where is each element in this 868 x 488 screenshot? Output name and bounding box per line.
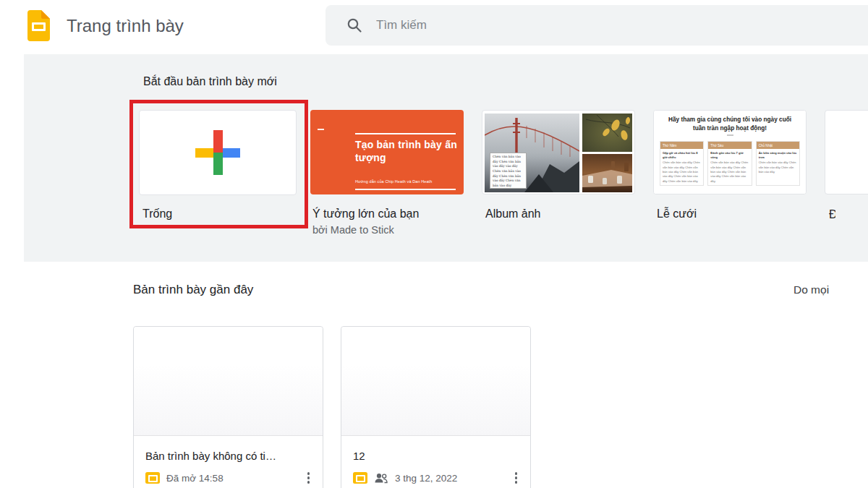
- template-big-idea-label[interactable]: Ý tưởng lớn của bạn: [312, 207, 419, 221]
- big-idea-dash: [318, 129, 324, 130]
- plus-arm-green: [213, 153, 223, 175]
- search-icon: [346, 17, 363, 34]
- plus-icon: [195, 130, 240, 175]
- wedding-preview: Hãy tham gia cùng chúng tôi vào ngày cuố…: [654, 111, 806, 194]
- wedding-body-text: Chèn văn bản vào đây Chèn văn bản vào đâ…: [708, 160, 751, 185]
- table-photo: [582, 154, 632, 192]
- big-idea-bottom-rule: [355, 189, 456, 190]
- search-input[interactable]: [376, 18, 781, 33]
- file-title: 12: [353, 450, 520, 462]
- recent-heading: Bản trình bày gần đây: [133, 283, 253, 297]
- wedding-columns: Thứ Năm Gặp gỡ và chào hỏi lúc 8 giờ chi…: [660, 141, 800, 186]
- template-blank-label[interactable]: Trống: [142, 207, 172, 221]
- more-options-button[interactable]: [300, 468, 318, 488]
- slides-file-icon: [353, 472, 367, 484]
- wedding-day-label: Thứ Sáu: [708, 142, 751, 149]
- template-big-idea-byline: bởi Made to Stick: [312, 224, 394, 236]
- template-blank[interactable]: [139, 110, 297, 195]
- search-bar[interactable]: [326, 5, 868, 46]
- slides-logo-inner-rect: [32, 22, 46, 31]
- wedding-column-thursday: Thứ Năm Gặp gỡ và chào hỏi lúc 8 giờ chi…: [660, 141, 704, 186]
- recent-file-card[interactable]: 12 3 thg 12, 2022: [341, 326, 531, 488]
- shared-people-icon: [374, 473, 388, 484]
- wedding-body-text: Chèn văn bản vào đây Chèn văn bản vào đâ…: [660, 160, 703, 185]
- file-meta-text: 3 thg 12, 2022: [395, 473, 457, 484]
- file-title: Bản trình bày không có ti…: [145, 450, 312, 462]
- big-idea-preview-byline: Hướng dẫn của Chip Heath và Dan Heath: [355, 179, 432, 184]
- file-meta-row: 3 thg 12, 2022: [353, 468, 524, 487]
- album-overlay-textbox: Chèn văn bản vào đây Chèn văn bản vào đâ…: [490, 153, 527, 189]
- wedding-column-friday: Thứ Sáu Đánh gôn vào lúc 7 giờ sáng Chèn…: [707, 141, 752, 186]
- file-thumbnail: [134, 327, 323, 436]
- template-partial-label: Đ: [829, 208, 835, 223]
- recent-file-card[interactable]: Bản trình bày không có ti… Đã mở 14:58: [133, 326, 323, 488]
- template-wedding[interactable]: Hãy tham gia cùng chúng tôi vào ngày cuố…: [653, 110, 807, 194]
- big-idea-preview: Tạo bản trình bày ấn tượng Hướng dẫn của…: [310, 110, 464, 194]
- file-meta-row: Đã mở 14:58: [145, 468, 317, 487]
- gallery-heading: Bắt đầu bản trình bày mới: [143, 75, 277, 88]
- owner-filter-dropdown[interactable]: Do mọi: [793, 283, 829, 296]
- template-photo-album-label[interactable]: Album ảnh: [485, 207, 541, 221]
- template-partial[interactable]: [825, 110, 868, 194]
- wedding-day-label: Thứ Năm: [660, 142, 703, 149]
- top-bar: Trang trình bày: [0, 0, 868, 54]
- template-photo-album[interactable]: Chèn văn bản vào đây Chèn văn bản vào đâ…: [482, 110, 635, 194]
- wedding-event-label: Ăn bữa sáng muộn vào lúc trưa: [757, 149, 799, 160]
- wedding-event-label: Gặp gỡ và chào hỏi lúc 8 giờ chiều: [660, 149, 703, 160]
- big-idea-preview-title: Tạo bản trình bày ấn tượng: [355, 138, 458, 164]
- wedding-dash: [727, 134, 733, 136]
- wedding-preview-title: Hãy tham gia cùng chúng tôi vào ngày cuố…: [665, 116, 795, 132]
- template-big-idea[interactable]: Tạo bản trình bày ấn tượng Hướng dẫn của…: [310, 110, 464, 194]
- wedding-day-label: Chủ Nhật: [757, 142, 799, 149]
- big-idea-top-rule: [355, 133, 456, 134]
- leaves-photo: [582, 114, 632, 152]
- wedding-column-sunday: Chủ Nhật Ăn bữa sáng muộn vào lúc trưa C…: [756, 141, 800, 186]
- app-title: Trang trình bày: [67, 16, 184, 36]
- file-thumbnail: [341, 327, 530, 436]
- wedding-body-text: Chèn văn bản vào đây Chèn văn bản vào đâ…: [757, 160, 799, 176]
- file-meta-text: Đã mở 14:58: [166, 473, 224, 484]
- slides-file-icon: [145, 472, 160, 484]
- wedding-event-label: Đánh gôn vào lúc 7 giờ sáng: [708, 149, 751, 160]
- plus-arm-red: [213, 130, 223, 153]
- more-options-button[interactable]: [508, 468, 525, 488]
- slides-logo-icon[interactable]: [27, 10, 50, 41]
- template-wedding-label[interactable]: Lễ cưới: [657, 207, 697, 221]
